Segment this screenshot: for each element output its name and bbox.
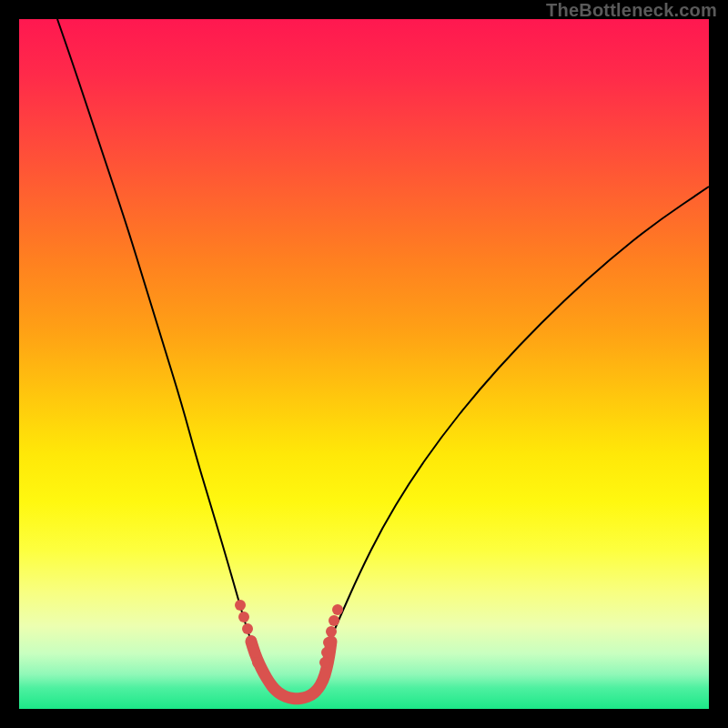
chart-frame: TheBottleneck.com bbox=[0, 0, 728, 728]
highlight-dots-left bbox=[238, 612, 249, 622]
highlight-dots-right bbox=[323, 637, 334, 648]
highlight-dots-right bbox=[329, 615, 339, 626]
highlight-dots-left bbox=[249, 647, 260, 658]
highlight-dots-right bbox=[319, 657, 330, 668]
curve-right bbox=[329, 187, 709, 642]
highlight-dots-left bbox=[242, 623, 253, 634]
highlight-dots-right bbox=[326, 626, 337, 637]
curve-left bbox=[57, 19, 251, 642]
watermark-label: TheBottleneck.com bbox=[546, 0, 717, 21]
highlight-bottom bbox=[251, 642, 331, 699]
highlight-dots-left bbox=[246, 635, 257, 646]
highlight-dots-left bbox=[235, 600, 246, 611]
highlight-dots-right bbox=[321, 647, 332, 658]
highlight-dots-right bbox=[332, 604, 343, 615]
chart-overlay bbox=[0, 0, 728, 728]
highlight-dots-left bbox=[252, 657, 263, 668]
